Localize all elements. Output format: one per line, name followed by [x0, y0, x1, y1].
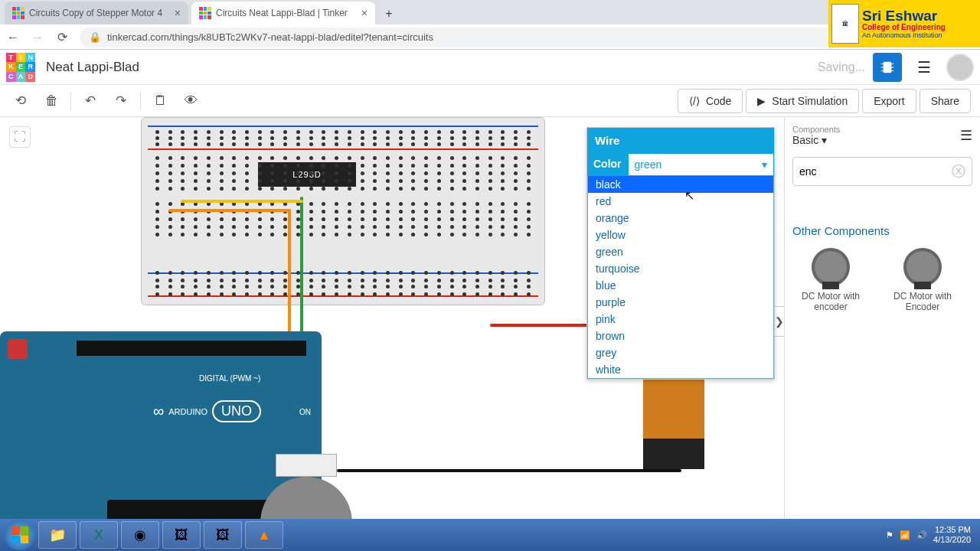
- browser-tab-0[interactable]: Circuits Copy of Stepper Motor 4 ×: [5, 2, 188, 24]
- tray-network-icon[interactable]: 📶: [900, 530, 910, 540]
- browser-tab-1[interactable]: Circuits Neat Lappi-Blad | Tinker ×: [191, 2, 375, 24]
- college-ssub: An Autonomous Institution: [862, 31, 946, 39]
- list-view-button[interactable]: ☰: [960, 127, 972, 144]
- new-tab-button[interactable]: +: [378, 3, 400, 24]
- start-button[interactable]: [5, 520, 35, 550]
- breadboard-row: [155, 292, 531, 296]
- tinkercad-logo-icon[interactable]: TINKERCAD: [6, 53, 35, 82]
- taskbar-chrome[interactable]: ◉: [121, 521, 159, 549]
- windows-logo-icon: [11, 527, 28, 543]
- taskbar-vlc[interactable]: ▲: [245, 521, 283, 549]
- delete-button[interactable]: 🗑: [40, 90, 63, 112]
- other-components-heading: Other Components: [792, 224, 972, 237]
- components-panel: Components Basic ▾ ☰ ⓧ Other Components …: [784, 117, 980, 519]
- connector-component[interactable]: [276, 454, 337, 477]
- back-button[interactable]: ←: [6, 31, 20, 44]
- tray-volume-icon[interactable]: 🔊: [916, 530, 927, 540]
- color-option-grey[interactable]: grey: [588, 344, 773, 361]
- color-option-blue[interactable]: blue: [588, 277, 773, 294]
- property-title: Wire: [587, 128, 774, 153]
- color-option-white[interactable]: white: [588, 361, 773, 378]
- reload-button[interactable]: ⟳: [55, 30, 69, 44]
- arduino-logo: ∞ ARDUINO UNO: [153, 400, 261, 422]
- chip-icon: [879, 59, 896, 76]
- breadboard-row: [155, 285, 531, 289]
- share-button[interactable]: Share: [920, 89, 971, 113]
- breadboard-row: [155, 171, 531, 175]
- taskbar-app-1[interactable]: 🖼: [162, 521, 201, 549]
- taskbar-excel[interactable]: X: [80, 521, 118, 549]
- color-option-orange[interactable]: orange: [588, 210, 773, 227]
- battery-base: [643, 439, 704, 469]
- project-name[interactable]: Neat Lappi-Blad: [46, 60, 139, 75]
- color-select[interactable]: green ▾: [628, 153, 774, 176]
- chevron-down-icon: ▾: [822, 134, 827, 146]
- svg-rect-0: [884, 61, 892, 73]
- color-option-purple[interactable]: purple: [588, 294, 773, 311]
- app-header: TINKERCAD Neat Lappi-Blad Saving... ☰: [0, 50, 980, 85]
- breadboard-row: [155, 136, 531, 140]
- breadboard-row: [155, 233, 531, 236]
- color-option-pink[interactable]: pink: [588, 311, 773, 328]
- wire-orange[interactable]: [168, 209, 291, 212]
- code-button[interactable]: ⟨/⟩ Code: [678, 89, 743, 113]
- component-dc-motor-encoder-2[interactable]: DC Motor with Encoder: [884, 248, 961, 312]
- wire-property-panel: Wire Color green ▾ blackredorangeyellowg…: [586, 127, 775, 380]
- export-button[interactable]: Export: [862, 89, 916, 113]
- close-icon[interactable]: ×: [175, 7, 181, 19]
- schematic-view-button[interactable]: ☰: [910, 53, 939, 82]
- user-avatar[interactable]: [946, 54, 974, 81]
- code-icon: ⟨/⟩: [689, 95, 700, 107]
- wire-yellow[interactable]: [181, 200, 303, 203]
- taskbar-app-2[interactable]: 🖼: [204, 521, 242, 549]
- separator: [140, 92, 141, 110]
- system-tray[interactable]: ⚑ 📶 🔊 12:35 PM 4/13/2020: [886, 525, 975, 545]
- close-icon[interactable]: ×: [361, 7, 368, 19]
- start-simulation-button[interactable]: ▶ Start Simulation: [746, 89, 859, 113]
- color-selected: green: [635, 158, 662, 171]
- redo-button[interactable]: ↷: [109, 90, 132, 112]
- color-option-brown[interactable]: brown: [588, 328, 773, 344]
- college-logo-icon: 🏛: [831, 4, 859, 44]
- tray-flag-icon[interactable]: ⚑: [886, 530, 893, 540]
- arduino-pwm-label: DIGITAL (PWM ~): [199, 374, 260, 383]
- lock-icon: 🔒: [89, 31, 101, 43]
- editor-toolbar: ⟲ 🗑 ↶ ↷ 🗒 👁 ⟨/⟩ Code ▶ Start Simulation …: [0, 85, 980, 117]
- component-dc-motor-encoder-1[interactable]: DC Motor with encoder: [792, 248, 869, 312]
- college-name: Sri Eshwar: [862, 8, 946, 23]
- panel-collapse-handle[interactable]: ❯: [773, 306, 784, 337]
- arduino-on-label: ON: [299, 408, 311, 416]
- components-label: Components: [792, 125, 840, 134]
- breadboard-row: [155, 225, 531, 229]
- taskbar-explorer[interactable]: 📁: [38, 521, 77, 549]
- pin-header: [77, 341, 306, 356]
- forward-button[interactable]: →: [31, 31, 44, 44]
- clear-icon[interactable]: ⓧ: [952, 162, 965, 181]
- breadboard-row: [155, 130, 531, 134]
- favicon-icon: [12, 7, 24, 19]
- search-input[interactable]: [799, 165, 952, 178]
- circuit-view-button[interactable]: [873, 53, 902, 82]
- wire-black[interactable]: [337, 469, 681, 472]
- undo-button[interactable]: ↶: [79, 90, 102, 112]
- notes-button[interactable]: 🗒: [149, 90, 172, 112]
- components-group-select[interactable]: Basic ▾: [792, 134, 840, 146]
- color-option-yellow[interactable]: yellow: [588, 227, 773, 243]
- taskbar-clock[interactable]: 12:35 PM 4/13/2020: [933, 525, 975, 545]
- breadboard-row: [155, 279, 531, 282]
- motor-icon: [903, 248, 942, 286]
- saving-status: Saving...: [818, 60, 865, 74]
- color-option-red[interactable]: red: [588, 193, 773, 210]
- visibility-button[interactable]: 👁: [179, 90, 202, 112]
- rotate-button[interactable]: ⟲: [9, 90, 32, 112]
- power-rail: [148, 148, 538, 150]
- color-option-turquoise[interactable]: turquoise: [588, 260, 773, 277]
- breadboard-row: [155, 156, 531, 160]
- power-rail: [148, 126, 538, 127]
- zoom-fit-button[interactable]: ⛶: [9, 126, 31, 148]
- separator: [70, 92, 71, 110]
- color-option-black[interactable]: black: [588, 176, 773, 193]
- color-option-green[interactable]: green: [588, 243, 773, 260]
- breadboard-row: [155, 187, 531, 191]
- component-search[interactable]: ⓧ: [792, 157, 972, 186]
